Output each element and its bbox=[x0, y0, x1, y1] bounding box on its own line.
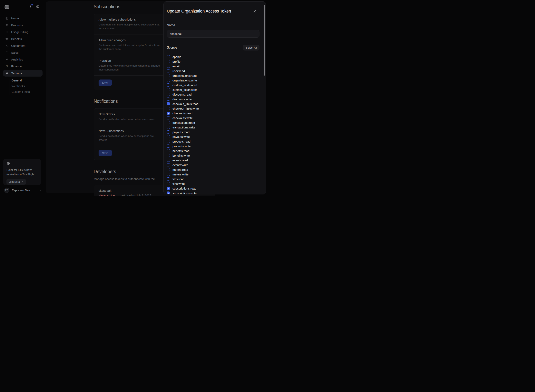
save-button[interactable]: Save bbox=[99, 79, 112, 86]
sidebar-item-label: Sales bbox=[11, 51, 19, 54]
close-icon[interactable] bbox=[253, 9, 257, 13]
sidebar-nav: Home Products Usage Billing bbox=[0, 15, 46, 77]
scope-row-transactions-write[interactable]: transactions:write bbox=[167, 125, 260, 130]
scope-row-checkout-links-write[interactable]: checkout_links:write bbox=[167, 106, 260, 111]
scope-row-user-read[interactable]: user:read bbox=[167, 69, 260, 73]
checkbox bbox=[167, 168, 170, 171]
checkbox bbox=[167, 163, 170, 166]
checkbox bbox=[167, 131, 170, 134]
checkbox bbox=[167, 140, 170, 143]
finance-icon: $ bbox=[5, 65, 9, 68]
sidebar-item-label: Products bbox=[11, 23, 23, 27]
scope-row-files-write[interactable]: files:write bbox=[167, 181, 260, 186]
token-name-input[interactable] bbox=[167, 30, 260, 37]
scope-row-openid[interactable]: openid bbox=[167, 54, 260, 59]
scope-row-meters-write[interactable]: meters:write bbox=[167, 172, 260, 177]
sidebar-item-label: Analytics bbox=[11, 58, 23, 61]
checkbox bbox=[167, 126, 170, 129]
scope-row-profile[interactable]: profile bbox=[167, 59, 260, 64]
checkbox bbox=[167, 60, 170, 63]
select-all-button[interactable]: Select All bbox=[243, 45, 260, 51]
checkbox-checked bbox=[167, 191, 170, 194]
checkbox bbox=[167, 55, 170, 58]
token-expiry: Never expires bbox=[99, 194, 115, 196]
name-label: Name bbox=[167, 23, 260, 27]
checkbox bbox=[167, 65, 170, 68]
scope-row-benefits-read[interactable]: benefits:read bbox=[167, 148, 260, 153]
scope-row-discounts-read[interactable]: discounts:read bbox=[167, 92, 260, 97]
sidebar-item-label: Finance bbox=[11, 65, 22, 68]
checkbox bbox=[167, 116, 170, 119]
sidebar-item-usage-billing[interactable]: Usage Billing bbox=[3, 28, 43, 35]
collapse-sidebar-icon[interactable] bbox=[36, 5, 39, 8]
sidebar-item-settings[interactable]: Settings bbox=[3, 70, 43, 77]
scope-list: openid profile email user:read organizat… bbox=[167, 54, 260, 194]
sidebar-header bbox=[0, 0, 46, 10]
token-last-used: — Last used on July 8, 2025 bbox=[116, 194, 151, 196]
products-icon bbox=[5, 23, 9, 27]
scope-row-events-read[interactable]: events:read bbox=[167, 158, 260, 163]
scope-row-checkouts-read[interactable]: checkouts:read bbox=[167, 111, 260, 116]
save-button[interactable]: Save bbox=[99, 150, 112, 156]
scope-row-files-read[interactable]: files:read bbox=[167, 177, 260, 181]
scope-row-benefits-write[interactable]: benefits:write bbox=[167, 153, 260, 158]
checkbox bbox=[167, 69, 170, 72]
scope-row-custom-fields-write[interactable]: custom_fields:write bbox=[167, 87, 260, 92]
checkbox bbox=[167, 74, 170, 77]
scope-row-subscriptions-read[interactable]: subscriptions:read bbox=[167, 186, 260, 191]
org-switcher[interactable]: ED Espresso Dev bbox=[4, 187, 42, 193]
scope-row-custom-fields-read[interactable]: custom_fields:read bbox=[167, 83, 260, 87]
arrow-up-right-icon bbox=[22, 181, 24, 183]
checkbox bbox=[167, 121, 170, 124]
scope-row-products-write[interactable]: products:write bbox=[167, 144, 260, 148]
settings-icon bbox=[5, 71, 9, 75]
scope-row-payouts-read[interactable]: payouts:read bbox=[167, 130, 260, 134]
avatar: ED bbox=[4, 188, 9, 193]
sidebar: Home Products Usage Billing bbox=[0, 0, 46, 196]
join-beta-button[interactable]: Join Beta bbox=[6, 179, 26, 185]
sidebar-item-analytics[interactable]: Analytics bbox=[3, 56, 43, 63]
scope-row-subscriptions-write[interactable]: subscriptions:write bbox=[167, 191, 260, 194]
org-name: Espresso Dev bbox=[12, 189, 37, 192]
benefits-icon bbox=[5, 37, 9, 41]
events-lightning-icon[interactable] bbox=[29, 5, 32, 8]
usage-billing-icon bbox=[5, 30, 9, 34]
scope-row-meters-read[interactable]: meters:read bbox=[167, 167, 260, 172]
analytics-icon bbox=[5, 58, 9, 61]
checkbox bbox=[167, 79, 170, 82]
subnav-item-webhooks[interactable]: Webhooks bbox=[9, 84, 46, 89]
scope-row-email[interactable]: email bbox=[167, 64, 260, 69]
modal-title: Update Organization Access Token bbox=[167, 9, 231, 14]
scope-row-discounts-write[interactable]: discounts:write bbox=[167, 97, 260, 101]
chevron-down-icon bbox=[39, 189, 42, 191]
scope-row-products-read[interactable]: products:read bbox=[167, 139, 260, 144]
modal-scrollbar[interactable] bbox=[264, 5, 265, 76]
sidebar-item-sales[interactable]: Sales bbox=[3, 49, 43, 56]
checkbox bbox=[167, 177, 170, 181]
checkbox bbox=[167, 149, 170, 152]
sidebar-item-home[interactable]: Home bbox=[3, 15, 43, 22]
sidebar-item-customers[interactable]: Customers bbox=[3, 42, 43, 49]
update-token-modal: Update Organization Access Token Name Sc… bbox=[163, 1, 266, 194]
checkbox bbox=[167, 107, 170, 110]
promo-text: Polar for iOS is now available on TestFl… bbox=[6, 168, 38, 176]
checkbox-checked bbox=[167, 102, 170, 105]
sidebar-item-finance[interactable]: $ Finance bbox=[3, 63, 43, 70]
scope-row-checkouts-write[interactable]: checkouts:write bbox=[167, 116, 260, 120]
checkbox bbox=[167, 182, 170, 185]
polar-logo-icon bbox=[4, 4, 9, 10]
sidebar-item-products[interactable]: Products bbox=[3, 22, 43, 28]
subnav-item-custom-fields[interactable]: Custom Fields bbox=[9, 89, 46, 95]
scope-row-payouts-write[interactable]: payouts:write bbox=[167, 134, 260, 139]
sidebar-item-benefits[interactable]: Benefits bbox=[3, 35, 43, 42]
sidebar-item-label: Settings bbox=[11, 71, 22, 75]
scope-row-organizations-write[interactable]: organizations:write bbox=[167, 78, 260, 83]
scope-row-events-write[interactable]: events:write bbox=[167, 163, 260, 167]
scope-row-organizations-read[interactable]: organizations:read bbox=[167, 73, 260, 78]
scope-row-transactions-read[interactable]: transactions:read bbox=[167, 120, 260, 125]
scopes-label: Scopes bbox=[167, 46, 177, 49]
scope-row-checkout-links-read[interactable]: checkout_links:read bbox=[167, 101, 260, 106]
checkbox-checked bbox=[167, 187, 170, 190]
subnav-item-general[interactable]: General bbox=[9, 78, 46, 84]
customers-icon bbox=[5, 44, 9, 47]
